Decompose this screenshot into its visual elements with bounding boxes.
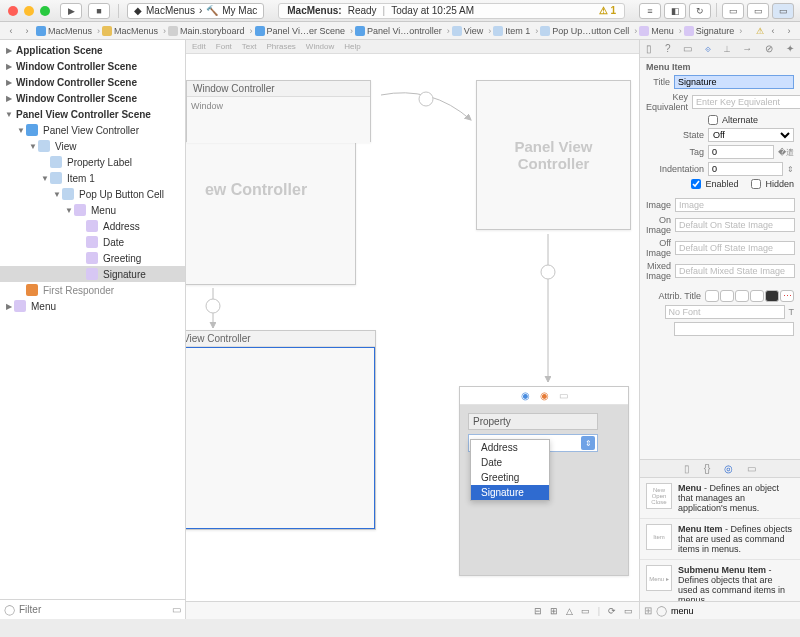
- toggle-debug-icon[interactable]: ▭: [747, 3, 769, 19]
- stepper-icon[interactable]: �遣: [778, 147, 794, 158]
- code-snippet-tab-icon[interactable]: {}: [704, 463, 711, 474]
- tag-field[interactable]: [708, 145, 774, 159]
- image-field[interactable]: [675, 198, 795, 212]
- key-equivalent-field[interactable]: [692, 95, 800, 109]
- indentation-field[interactable]: [708, 162, 783, 176]
- outline-item1[interactable]: ▼Item 1: [0, 170, 185, 186]
- font-picker-icon[interactable]: T: [789, 307, 795, 317]
- scene-window-2[interactable]: ▶Window Controller Scene: [0, 90, 185, 106]
- align-left-icon[interactable]: [705, 290, 719, 302]
- enabled-checkbox[interactable]: [691, 179, 701, 189]
- zoom-window[interactable]: [40, 6, 50, 16]
- library-item-menu[interactable]: NewOpenClose Menu - Defines an object th…: [640, 478, 800, 519]
- next-issue-icon[interactable]: ›: [782, 26, 796, 36]
- outline-menuitem-signature[interactable]: Signature: [0, 266, 185, 282]
- crumb-2[interactable]: Main.storyboard: [168, 26, 253, 36]
- crumb-4[interactable]: Panel Vi…ontroller: [355, 26, 450, 36]
- scheme-selector[interactable]: ◆ MacMenus › 🔨 My Mac: [127, 3, 264, 19]
- effects-inspector-icon[interactable]: ✦: [786, 43, 794, 54]
- more-text-icon[interactable]: ⋯: [780, 290, 794, 302]
- connections-inspector-icon[interactable]: →: [742, 43, 752, 54]
- help-inspector-icon[interactable]: ?: [665, 43, 671, 54]
- popup-item-greeting[interactable]: Greeting: [471, 470, 549, 485]
- crumb-9[interactable]: Signature: [684, 26, 743, 36]
- scene-application[interactable]: ▶Application Scene: [0, 42, 185, 58]
- hidden-checkbox[interactable]: [751, 179, 761, 189]
- crumb-5[interactable]: View: [452, 26, 491, 36]
- title-field[interactable]: [674, 75, 794, 89]
- attributes-inspector-icon[interactable]: ⟐: [705, 43, 711, 54]
- scene-window-0[interactable]: ▶Window Controller Scene: [0, 58, 185, 74]
- outline-view[interactable]: ▼View: [0, 138, 185, 154]
- library-item-submenu[interactable]: Menu ▸ Submenu Menu Item - Defines objec…: [640, 560, 800, 601]
- media-tab-icon[interactable]: ▭: [747, 463, 756, 474]
- align-tool-icon[interactable]: ⊟: [534, 606, 542, 616]
- crumb-0[interactable]: MacMenus: [36, 26, 100, 36]
- library-filter-input[interactable]: [671, 606, 796, 616]
- crumb-1[interactable]: MacMenus: [102, 26, 166, 36]
- close-window[interactable]: [8, 6, 18, 16]
- popup-menu[interactable]: Address Date Greeting Signature: [470, 439, 550, 501]
- outline-menuitem-greeting[interactable]: Greeting: [0, 250, 185, 266]
- outline-toggle-icon[interactable]: ▭: [172, 604, 181, 615]
- crumb-6[interactable]: Item 1: [493, 26, 538, 36]
- storyboard-canvas[interactable]: EditFontTextPhrasesWindowHelp ew Control…: [186, 40, 640, 619]
- file-template-tab-icon[interactable]: ▯: [684, 463, 690, 474]
- outline-first-responder[interactable]: First Responder: [0, 282, 185, 298]
- popup-item-address[interactable]: Address: [471, 440, 549, 455]
- nav-back-icon[interactable]: ‹: [4, 26, 18, 36]
- jump-bar[interactable]: ‹ › MacMenus MacMenus Main.storyboard Pa…: [0, 22, 800, 40]
- scene-panel-popup[interactable]: ◉ ◉ ▭ Property ⇕ Address Date Greeting S…: [459, 386, 629, 576]
- outline-popup-cell[interactable]: ▼Pop Up Button Cell: [0, 186, 185, 202]
- editor-version-icon[interactable]: ↻: [689, 3, 711, 19]
- bindings-inspector-icon[interactable]: ⊘: [765, 43, 773, 54]
- scene-window-1[interactable]: ▶Window Controller Scene: [0, 74, 185, 90]
- popup-item-date[interactable]: Date: [471, 455, 549, 470]
- outline-filter-input[interactable]: [19, 604, 168, 615]
- toggle-inspector-icon[interactable]: ▭: [772, 3, 794, 19]
- outline-menu-ref[interactable]: ▶Menu: [0, 298, 185, 314]
- grid-list-toggle-icon[interactable]: ⊞: [644, 605, 652, 616]
- resolve-tool-icon[interactable]: △: [566, 606, 573, 616]
- align-justify-icon[interactable]: [750, 290, 764, 302]
- outline-menu[interactable]: ▼Menu: [0, 202, 185, 218]
- controller-icon[interactable]: ◉: [521, 390, 530, 401]
- file-inspector-icon[interactable]: ▯: [646, 43, 652, 54]
- outline-property-label[interactable]: Property Label: [0, 154, 185, 170]
- nav-forward-icon[interactable]: ›: [20, 26, 34, 36]
- stepper-icon[interactable]: ⇕: [787, 165, 794, 174]
- popup-item-signature[interactable]: Signature: [471, 485, 549, 500]
- toggle-navigator-icon[interactable]: ▭: [722, 3, 744, 19]
- scene-panel[interactable]: ▼Panel View Controller Scene: [0, 106, 185, 122]
- stop-button[interactable]: ■: [88, 3, 110, 19]
- scene-panel-view-controller[interactable]: Panel View Controller: [476, 80, 631, 230]
- crumb-7[interactable]: Pop Up…utton Cell: [540, 26, 637, 36]
- crumb-3[interactable]: Panel Vi…er Scene: [255, 26, 353, 36]
- outline-menuitem-address[interactable]: Address: [0, 218, 185, 234]
- run-button[interactable]: ▶: [60, 3, 82, 19]
- editor-standard-icon[interactable]: ≡: [639, 3, 661, 19]
- mixed-image-field[interactable]: [675, 264, 795, 278]
- panel-view-controller[interactable]: ▼Panel View Controller: [0, 122, 185, 138]
- alternate-checkbox[interactable]: [708, 115, 718, 125]
- minimize-window[interactable]: [24, 6, 34, 16]
- scene-view-controller[interactable]: View Controller: [186, 330, 376, 530]
- on-image-field[interactable]: [675, 218, 795, 232]
- outline-tree[interactable]: ▶Application Scene ▶Window Controller Sc…: [0, 40, 185, 599]
- update-frames-icon[interactable]: ⟳: [608, 606, 616, 616]
- embed-tool-icon[interactable]: ▭: [581, 606, 590, 616]
- canvas-options-icon[interactable]: ▭: [624, 606, 633, 616]
- off-image-field[interactable]: [675, 241, 795, 255]
- align-right-icon[interactable]: [735, 290, 749, 302]
- attrib-title-field[interactable]: [674, 322, 794, 336]
- warning-badge[interactable]: ⚠ 1: [599, 5, 616, 16]
- outline-menuitem-date[interactable]: Date: [0, 234, 185, 250]
- pin-tool-icon[interactable]: ⊞: [550, 606, 558, 616]
- warning-indicator-icon[interactable]: ⚠: [756, 26, 764, 36]
- font-field[interactable]: [665, 305, 785, 319]
- scene-window-controller[interactable]: Window Controller Window: [186, 80, 371, 142]
- text-color-icon[interactable]: [765, 290, 779, 302]
- editor-assistant-icon[interactable]: ◧: [664, 3, 686, 19]
- object-tab-icon[interactable]: ◎: [724, 463, 733, 474]
- state-select[interactable]: Off: [708, 128, 794, 142]
